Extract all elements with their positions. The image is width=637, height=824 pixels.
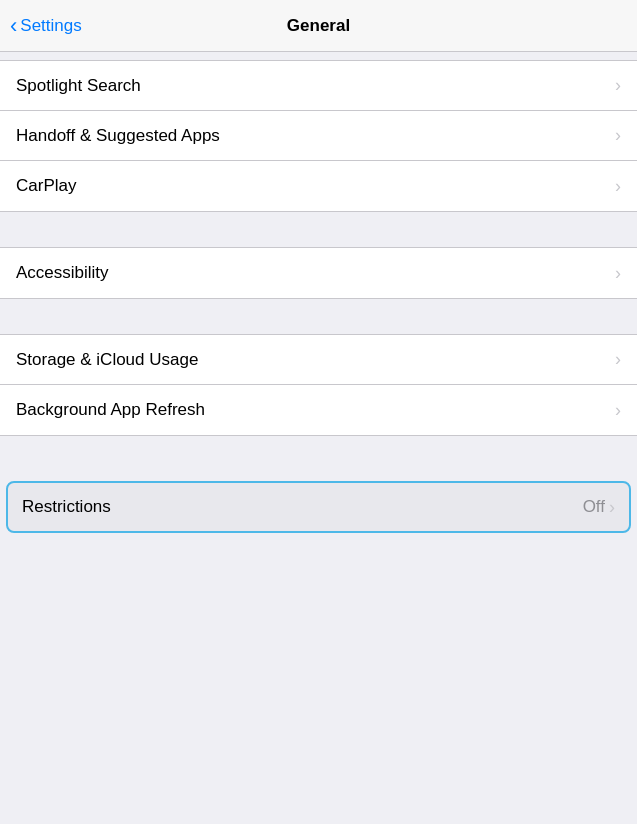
storage-label: Storage & iCloud Usage <box>16 350 198 370</box>
chevron-right-icon: › <box>615 176 621 197</box>
background-refresh-right: › <box>615 400 621 421</box>
accessibility-right: › <box>615 263 621 284</box>
settings-group-2: Accessibility › <box>0 247 637 299</box>
restrictions-right: Off › <box>583 497 615 518</box>
settings-item-storage[interactable]: Storage & iCloud Usage › <box>0 335 637 385</box>
section-separator-3 <box>0 436 637 471</box>
chevron-right-icon: › <box>615 125 621 146</box>
chevron-right-icon: › <box>609 497 615 518</box>
chevron-right-icon: › <box>615 349 621 370</box>
carplay-right: › <box>615 176 621 197</box>
settings-item-spotlight-search[interactable]: Spotlight Search › <box>0 61 637 111</box>
accessibility-label: Accessibility <box>16 263 109 283</box>
spotlight-search-label: Spotlight Search <box>16 76 141 96</box>
storage-right: › <box>615 349 621 370</box>
section-separator-2 <box>0 299 637 334</box>
back-button[interactable]: ‹ Settings <box>10 13 82 39</box>
chevron-right-icon: › <box>615 75 621 96</box>
settings-item-handoff[interactable]: Handoff & Suggested Apps › <box>0 111 637 161</box>
settings-group-1: Spotlight Search › Handoff & Suggested A… <box>0 60 637 212</box>
back-chevron-icon: ‹ <box>10 13 17 39</box>
handoff-label: Handoff & Suggested Apps <box>16 126 220 146</box>
section-separator-1 <box>0 212 637 247</box>
navigation-bar: ‹ Settings General <box>0 0 637 52</box>
page-title: General <box>287 16 350 36</box>
carplay-label: CarPlay <box>16 176 76 196</box>
chevron-right-icon: › <box>615 400 621 421</box>
restrictions-value: Off <box>583 497 605 517</box>
settings-item-background-refresh[interactable]: Background App Refresh › <box>0 385 637 435</box>
restrictions-wrapper: Restrictions Off › <box>0 471 637 543</box>
top-spacer <box>0 52 637 60</box>
settings-item-accessibility[interactable]: Accessibility › <box>0 248 637 298</box>
settings-item-carplay[interactable]: CarPlay › <box>0 161 637 211</box>
handoff-right: › <box>615 125 621 146</box>
background-refresh-label: Background App Refresh <box>16 400 205 420</box>
chevron-right-icon: › <box>615 263 621 284</box>
settings-item-restrictions[interactable]: Restrictions Off › <box>6 481 631 533</box>
spotlight-search-right: › <box>615 75 621 96</box>
back-label: Settings <box>20 16 81 36</box>
restrictions-label: Restrictions <box>22 497 111 517</box>
settings-group-3: Storage & iCloud Usage › Background App … <box>0 334 637 436</box>
